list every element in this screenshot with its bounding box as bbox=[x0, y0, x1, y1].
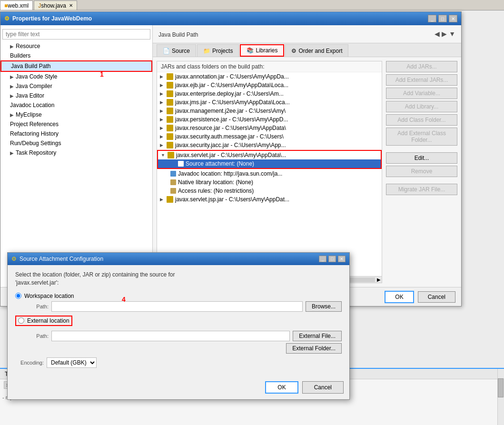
dialog-maximize-button[interactable]: □ bbox=[328, 256, 336, 262]
encoding-select[interactable]: Default (GBK) UTF-8 ISO-8859-1 bbox=[47, 357, 97, 368]
sidebar-item-java-build-path[interactable]: Java Build Path bbox=[0, 60, 152, 72]
window-controls: _ □ ✕ bbox=[428, 15, 457, 22]
tab-web-xml-label: web.xml bbox=[8, 2, 29, 9]
expand-arrow: ▶ bbox=[160, 197, 165, 202]
list-item[interactable]: ▶ javax.annotation.jar - C:\Users\Amy\Ap… bbox=[157, 72, 382, 81]
sidebar-item-refactoring-history[interactable]: Refactoring History bbox=[0, 129, 152, 138]
list-item-servlet-jar[interactable]: ▼ javax.servlet.jar - C:\Users\Amy\AppDa… bbox=[158, 151, 381, 159]
close-icon[interactable]: ✕ bbox=[69, 3, 73, 8]
dialog-cancel-button[interactable]: Cancel bbox=[302, 381, 344, 394]
sidebar-label-run-debug-settings: Run/Debug Settings bbox=[10, 140, 61, 147]
tab-order-export[interactable]: ⚙ Order and Export bbox=[285, 44, 348, 57]
list-item[interactable]: ▶ javax.security.auth.message.jar - C:\U… bbox=[157, 132, 382, 141]
list-item[interactable]: ▶ javax.ejb.jar - C:\Users\Amy\AppData\L… bbox=[157, 81, 382, 89]
sidebar-label-java-compiler: Java Compiler bbox=[16, 83, 52, 89]
dialog-ok-button[interactable]: OK bbox=[265, 381, 298, 394]
vertical-scrollbar[interactable] bbox=[497, 369, 504, 425]
add-jars-button[interactable]: Add JARs... bbox=[386, 61, 457, 72]
window-title: ⚙ Properties for JavaWebDemo bbox=[4, 15, 92, 22]
sidebar-label-javadoc-location: Javadoc Location bbox=[10, 102, 54, 109]
close-button[interactable]: ✕ bbox=[449, 15, 457, 22]
tabs-bar: 📄 Source 📁 Projects 📚 Libraries ⚙ Order … bbox=[153, 43, 461, 57]
sidebar-item-resource[interactable]: ▶ Resource bbox=[0, 41, 152, 51]
external-file-button[interactable]: External File... bbox=[293, 331, 342, 341]
workspace-location-label[interactable]: Workspace location bbox=[15, 293, 342, 299]
list-item[interactable]: ▶ javax.security.jacc.jar - C:\Users\Amy… bbox=[157, 141, 382, 149]
native-icon bbox=[170, 179, 176, 185]
list-item-native-lib[interactable]: Native library location: (None) bbox=[157, 178, 382, 187]
cancel-button[interactable]: Cancel bbox=[418, 291, 455, 303]
list-item[interactable]: ▶ javax.enterprise.deploy.jar - C:\Users… bbox=[157, 89, 382, 98]
jar-icon bbox=[167, 125, 173, 131]
forward-button[interactable]: ▶ bbox=[442, 30, 447, 38]
maximize-button[interactable]: □ bbox=[438, 15, 447, 22]
dialog-footer: OK Cancel bbox=[265, 381, 344, 394]
down-arrow-button[interactable]: ▼ bbox=[449, 30, 455, 38]
external-path-input[interactable] bbox=[51, 331, 290, 341]
add-library-button[interactable]: Add Library... bbox=[386, 101, 457, 112]
expand-arrow: ▶ bbox=[160, 134, 165, 139]
sidebar-item-run-debug-settings[interactable]: Run/Debug Settings bbox=[0, 138, 152, 148]
list-item[interactable]: ▶ javax.persistence.jar - C:\Users\Amy\A… bbox=[157, 115, 382, 124]
jar-icon bbox=[167, 108, 173, 114]
path-label-workspace: Path: bbox=[25, 304, 49, 309]
sidebar-item-task-repository[interactable]: ▶ Task Repository bbox=[0, 148, 152, 158]
path-label-external: Path: bbox=[25, 333, 49, 339]
list-item[interactable]: ▶ javax.resource.jar - C:\Users\Amy\AppD… bbox=[157, 124, 382, 132]
sidebar-item-java-editor[interactable]: ▶ Java Editor bbox=[0, 91, 152, 100]
sidebar-item-builders[interactable]: Builders bbox=[0, 51, 152, 60]
dialog-close-button[interactable]: ✕ bbox=[338, 256, 346, 262]
scroll-right-button[interactable]: ▶ bbox=[377, 277, 381, 282]
external-folder-button[interactable]: External Folder... bbox=[286, 343, 342, 354]
list-item[interactable]: ▶ javax.servlet.jsp.jar - C:\Users\Amy\A… bbox=[157, 195, 382, 204]
expand-arrow-myeclipse: ▶ bbox=[10, 112, 14, 118]
expand-arrow: ▶ bbox=[160, 91, 165, 96]
list-item-source-attachment[interactable]: Source attachment: (None) bbox=[158, 159, 381, 168]
remove-button[interactable]: Remove bbox=[386, 166, 457, 177]
jar-icon bbox=[167, 99, 173, 106]
migrate-jar-button[interactable]: Migrate JAR File... bbox=[386, 184, 457, 195]
sidebar-item-myeclipse[interactable]: ▶ MyEclipse bbox=[0, 110, 152, 119]
main-area: Java Build Path ◀ ▶ ▼ 📄 Source 📁 Project… bbox=[153, 25, 461, 287]
build-path-buttons: Add JARs... Add External JARs... Add Var… bbox=[386, 61, 457, 283]
add-external-jars-button[interactable]: Add External JARs... bbox=[386, 74, 457, 86]
workspace-location-radio[interactable] bbox=[15, 293, 21, 299]
dialog-icon: ⚙ bbox=[11, 256, 17, 262]
sidebar-item-java-compiler[interactable]: ▶ Java Compiler bbox=[0, 81, 152, 91]
nav-arrows: ◀ ▶ ▼ bbox=[435, 29, 455, 38]
edit-button[interactable]: Edit... bbox=[386, 152, 457, 164]
scrollbar-thumb[interactable] bbox=[498, 378, 504, 397]
filter-input[interactable] bbox=[2, 29, 150, 40]
browse-button[interactable]: Browse... bbox=[306, 301, 342, 312]
add-variable-button[interactable]: Add Variable... bbox=[386, 88, 457, 99]
source-attachment-dialog: ⚙ Source Attachment Configuration _ □ ✕ … bbox=[7, 252, 350, 400]
workspace-path-input[interactable] bbox=[51, 301, 303, 312]
jar-icon bbox=[167, 82, 173, 89]
external-location-radio[interactable] bbox=[18, 317, 24, 324]
tab-projects[interactable]: 📁 Projects bbox=[197, 44, 239, 57]
minimize-button[interactable]: _ bbox=[428, 15, 436, 22]
jar-icon bbox=[167, 142, 173, 148]
list-item[interactable]: ▶ javax.jms.jar - C:\Users\Amy\AppData\L… bbox=[157, 98, 382, 107]
external-location-label[interactable]: External location bbox=[15, 316, 72, 326]
external-folder-row: External Folder... bbox=[49, 343, 342, 354]
tab-libraries[interactable]: 📚 Libraries bbox=[240, 44, 284, 57]
list-item[interactable]: ▶ javax.management.j2ee.jar - C:\Users\A… bbox=[157, 107, 382, 115]
list-item-access-rules[interactable]: Access rules: (No restrictions) bbox=[157, 187, 382, 195]
dialog-titlebar: ⚙ Source Attachment Configuration _ □ ✕ bbox=[8, 253, 349, 265]
expand-arrow: ▶ bbox=[160, 109, 165, 113]
back-button[interactable]: ◀ bbox=[435, 30, 440, 38]
sidebar-item-project-references[interactable]: Project References bbox=[0, 119, 152, 129]
tab-web-xml[interactable]: ■ web.xml bbox=[0, 0, 33, 10]
tab-source[interactable]: 📄 Source bbox=[157, 44, 196, 57]
tab-show-java[interactable]: J show.java ✕ bbox=[34, 0, 77, 10]
sidebar-item-javadoc-location[interactable]: Javadoc Location bbox=[0, 100, 152, 110]
sidebar-item-java-code-style[interactable]: ▶ Java Code Style bbox=[0, 72, 152, 81]
add-class-folder-button[interactable]: Add Class Folder... bbox=[386, 114, 457, 126]
dialog-minimize-button[interactable]: _ bbox=[319, 256, 326, 262]
add-external-class-folder-button[interactable]: Add External Class Folder... bbox=[386, 128, 457, 146]
expand-arrow: ▶ bbox=[160, 74, 165, 79]
list-item-javadoc[interactable]: Javadoc location: http://java.sun.com/ja… bbox=[157, 169, 382, 178]
ok-button[interactable]: OK bbox=[385, 291, 414, 303]
dialog-title: ⚙ Source Attachment Configuration bbox=[11, 256, 103, 262]
